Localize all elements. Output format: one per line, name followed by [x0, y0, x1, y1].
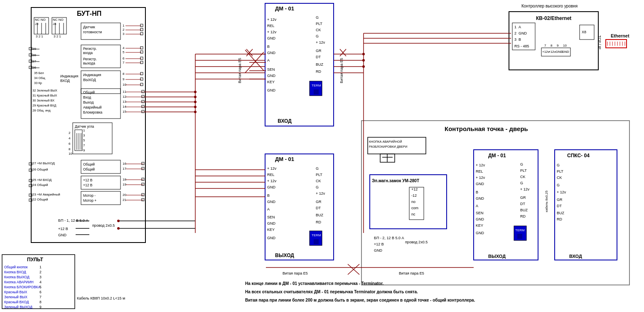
svg-text:Общий: Общий [83, 167, 95, 171]
svg-text:28 Общ. инд: 28 Общ. инд [32, 109, 51, 112]
svg-text:DT: DT [316, 206, 321, 210]
svg-text:+12v: +12v [548, 50, 556, 54]
svg-text:Кабель КВ8П 10х0.2  L<15 м: Кабель КВ8П 10х0.2 L<15 м [77, 296, 125, 300]
svg-text:NC  NO: NC NO [53, 18, 64, 22]
svg-text:BUZ: BUZ [557, 211, 565, 215]
svg-point-165 [117, 227, 120, 230]
svg-text:+12 В: +12 В [83, 178, 93, 182]
dm01-top-subtitle: ВХОД [278, 118, 292, 124]
svg-text:CK: CK [316, 28, 321, 32]
svg-text:REL: REL [267, 173, 275, 177]
svg-text:BUZ: BUZ [520, 208, 528, 212]
svg-text:A: A [267, 58, 270, 62]
but-np-title: БУТ-НП [77, 10, 101, 17]
svg-text:1: 1 [123, 24, 125, 27]
svg-text:SEN: SEN [476, 211, 484, 215]
svg-text:7: 7 [123, 61, 125, 64]
svg-text:35 Бел: 35 Бел [34, 71, 44, 75]
svg-point-361 [362, 53, 365, 55]
svg-text:Красный ВЫХ: Красный ВЫХ [4, 290, 27, 294]
svg-text:8: 8 [39, 300, 42, 304]
svg-text:5: 5 [83, 139, 85, 142]
svg-text:9: 9 [83, 149, 85, 152]
svg-text:G: G [557, 183, 560, 187]
svg-text:G: G [316, 185, 319, 189]
svg-text:29 Красный ВХД: 29 Красный ВХД [32, 104, 56, 107]
svg-text:1: 1 [514, 25, 516, 29]
svg-text:Красный ВХОД: Красный ВХОД [4, 300, 29, 304]
svg-text:Аварийный: Аварийный [83, 105, 102, 109]
svg-text:9: 9 [557, 44, 559, 47]
svg-text:Зеленый ВЫХОД: Зеленый ВЫХОД [4, 305, 32, 309]
svg-text:34 Общ: 34 Общ [34, 76, 45, 80]
svg-text:TERM: TERM [515, 228, 525, 232]
svg-rect-189 [314, 89, 319, 94]
dm01-top-title: ДМ - 01 [275, 5, 294, 12]
svg-text:6: 6 [39, 290, 42, 294]
svg-text:3: 3 [83, 134, 85, 137]
svg-text:РАЗБЛОКИРОВКИ ДВЕРИ: РАЗБЛОКИРОВКИ ДВЕРИ [369, 145, 407, 149]
svg-text:GND: GND [476, 231, 484, 235]
svg-text:5: 5 [39, 285, 42, 289]
svg-text:TCP / IP: TCP / IP [597, 35, 602, 50]
dm01-right-subtitle: ВЫХОД [488, 254, 506, 259]
svg-text:TERM: TERM [312, 84, 321, 87]
svg-text:31 Красный ВЫХ: 31 Красный ВЫХ [32, 94, 57, 97]
svg-text:Витая пара  Е5: Витая пара Е5 [399, 271, 424, 275]
svg-text:1: 1 [39, 265, 42, 269]
svg-text:Общий: Общий [83, 162, 95, 166]
svg-text:3: 3 [39, 275, 42, 279]
svg-text:G: G [557, 163, 560, 167]
svg-text:6: 6 [69, 142, 71, 146]
svg-text:nc: nc [411, 212, 415, 216]
svg-text:КНОПКА АВАРИЙНОЙ: КНОПКА АВАРИЙНОЙ [369, 140, 402, 144]
svg-text:24 Общий: 24 Общий [32, 183, 48, 187]
svg-text:9: 9 [39, 305, 42, 309]
svg-text:PLT: PLT [316, 22, 322, 26]
svg-text:Блокировка: Блокировка [83, 110, 103, 114]
svg-text:PLT: PLT [557, 169, 563, 173]
svg-text:GND: GND [267, 88, 276, 92]
svg-text:GND: GND [267, 74, 276, 78]
svg-text:провод 2х0.5: провод 2х0.5 [92, 223, 115, 228]
svg-text:7: 7 [544, 44, 546, 47]
svg-text:ВХОД: ВХОД [60, 79, 70, 83]
svg-text:GND: GND [58, 233, 67, 237]
svg-text:2: 2 [69, 131, 71, 135]
diagram-container: БУТ-НП NC NO J3 NC NO J4 3 2 1 3 2 1 Дат… [0, 0, 644, 312]
svg-text:GND: GND [267, 236, 276, 240]
svg-text:GND: GND [267, 221, 276, 225]
svg-text:GR: GR [520, 196, 526, 200]
svg-text:+ 12v: + 12v [557, 190, 566, 194]
svg-text:Датчик: Датчик [83, 25, 95, 29]
svg-text:DT: DT [520, 202, 525, 206]
svg-point-345 [194, 106, 197, 108]
pult-title: ПУЛЬТ [27, 257, 43, 262]
svg-text:Кнопка БЛОКИРОВКА: Кнопка БЛОКИРОВКА [4, 285, 41, 289]
kv02-title: КВ-02/Ethernet [536, 15, 571, 21]
svg-text:Общий: Общий [83, 90, 95, 94]
svg-text:2: 2 [39, 270, 42, 274]
svg-text:4: 4 [39, 280, 42, 284]
svg-text:Общий кнопок: Общий кнопок [4, 265, 28, 269]
svg-text:NC  NO: NC NO [35, 18, 46, 22]
svg-text:GND: GND [267, 51, 276, 55]
svg-text:3: 3 [123, 32, 125, 36]
note-1: На конце линии в ДМ - 01 устанавливается… [245, 281, 384, 286]
svg-text:25 +М ВХОД: 25 +М ВХОД [32, 178, 52, 182]
svg-text:Витая пара  Е5: Витая пара Е5 [238, 58, 242, 83]
svg-text:6: 6 [123, 57, 125, 60]
svg-text:GR: GR [316, 200, 322, 204]
svg-text:+ 12v: + 12v [520, 187, 530, 191]
svg-text:3 2 1: 3 2 1 [36, 35, 43, 38]
svg-text:провод 2х0.5: провод 2х0.5 [405, 240, 428, 244]
svg-text:G: G [520, 162, 523, 166]
svg-text:26 Общий: 26 Общий [32, 168, 48, 171]
svg-text:1: 1 [83, 129, 85, 132]
svg-point-343 [194, 96, 197, 98]
svg-text:com: com [411, 206, 418, 210]
svg-text:GND: GND [476, 182, 484, 186]
svg-text:3: 3 [514, 37, 516, 42]
svg-text:Кнопка ВЫХОД: Кнопка ВЫХОД [4, 275, 29, 279]
svg-text:GND: GND [267, 36, 276, 40]
